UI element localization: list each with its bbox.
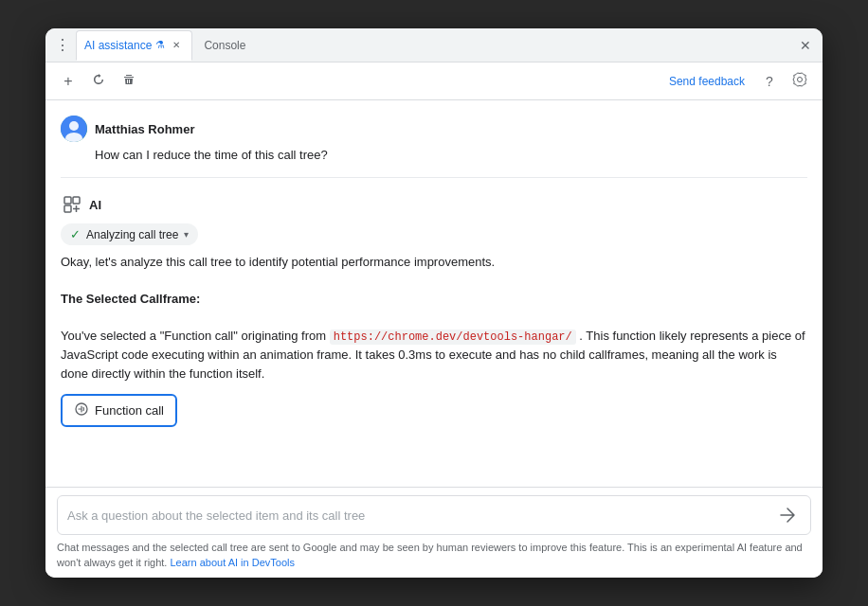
- disclaimer: Chat messages and the selected call tree…: [57, 541, 811, 570]
- toolbar-right: Send feedback ?: [663, 70, 811, 93]
- function-call-label: Function call: [95, 403, 164, 418]
- user-message-text: How can I reduce the time of this call t…: [61, 148, 807, 162]
- more-options-icon[interactable]: ⋮: [53, 36, 72, 55]
- user-header: Matthias Rohmer: [61, 116, 807, 142]
- tab-console-label: Console: [204, 39, 245, 52]
- tab-console[interactable]: Console: [196, 30, 253, 61]
- ai-message: AI ✓ Analyzing call tree ▾ Okay, let's a…: [61, 193, 807, 427]
- function-icon: [74, 401, 89, 419]
- history-button[interactable]: [87, 70, 110, 93]
- chat-area: Matthias Rohmer How can I reduce the tim…: [45, 100, 823, 487]
- history-icon: [91, 72, 106, 91]
- svg-rect-4: [73, 197, 80, 204]
- divider: [61, 177, 807, 178]
- svg-point-1: [69, 121, 79, 131]
- send-feedback-button[interactable]: Send feedback: [663, 71, 750, 92]
- ai-header: AI: [61, 193, 807, 216]
- chevron-down-icon: ▾: [184, 229, 189, 240]
- disclaimer-link[interactable]: Learn about AI in DevTools: [171, 557, 295, 568]
- check-icon: ✓: [70, 227, 81, 241]
- toolbar: + Send feedback ?: [45, 62, 823, 100]
- help-icon: ?: [766, 74, 773, 89]
- function-call-chip[interactable]: Function call: [61, 394, 177, 427]
- help-button[interactable]: ?: [758, 70, 781, 93]
- tab-bar-left: ⋮ AI assistance ⚗ ✕ Console: [53, 30, 796, 61]
- user-message: Matthias Rohmer How can I reduce the tim…: [61, 116, 807, 162]
- devtools-panel: ⋮ AI assistance ⚗ ✕ Console ✕ +: [45, 28, 823, 578]
- tab-ai-label: AI assistance: [84, 39, 152, 52]
- tab-bar: ⋮ AI assistance ⚗ ✕ Console ✕: [45, 28, 823, 62]
- ai-icon: [61, 193, 83, 216]
- close-panel-button[interactable]: ✕: [796, 36, 815, 55]
- tab-bar-right: ✕: [796, 36, 815, 55]
- send-button[interactable]: [774, 502, 801, 528]
- input-row: [57, 495, 811, 535]
- delete-icon: [121, 72, 136, 91]
- input-area: Chat messages and the selected call tree…: [45, 487, 823, 578]
- tab-ai-close[interactable]: ✕: [169, 38, 184, 53]
- svg-rect-5: [64, 205, 71, 212]
- avatar: [61, 116, 87, 142]
- settings-icon: [792, 72, 807, 90]
- settings-button[interactable]: [788, 70, 811, 93]
- plus-icon: +: [63, 73, 72, 90]
- code-url: https://chrome.dev/devtools-hangar/: [330, 330, 576, 345]
- ai-body-line2: You've selected a "Function call" origin…: [61, 327, 807, 383]
- analyzing-label: Analyzing call tree: [86, 228, 178, 241]
- ai-label: AI: [89, 198, 101, 212]
- user-name: Matthias Rohmer: [95, 122, 194, 136]
- new-chat-button[interactable]: +: [57, 70, 80, 93]
- disclaimer-text: Chat messages and the selected call tree…: [57, 542, 803, 567]
- ai-body: Okay, let's analyze this call tree to id…: [61, 253, 807, 383]
- ai-body-bold: The Selected Callframe:: [61, 290, 807, 309]
- ai-body-line1: Okay, let's analyze this call tree to id…: [61, 253, 807, 272]
- svg-rect-3: [64, 197, 71, 204]
- toolbar-left: +: [57, 70, 663, 93]
- delete-button[interactable]: [118, 70, 140, 93]
- chat-input[interactable]: [67, 508, 767, 523]
- tab-ai-assistance[interactable]: AI assistance ⚗ ✕: [76, 30, 192, 61]
- analyzing-pill[interactable]: ✓ Analyzing call tree ▾: [61, 223, 198, 245]
- flask-icon: ⚗: [155, 39, 165, 51]
